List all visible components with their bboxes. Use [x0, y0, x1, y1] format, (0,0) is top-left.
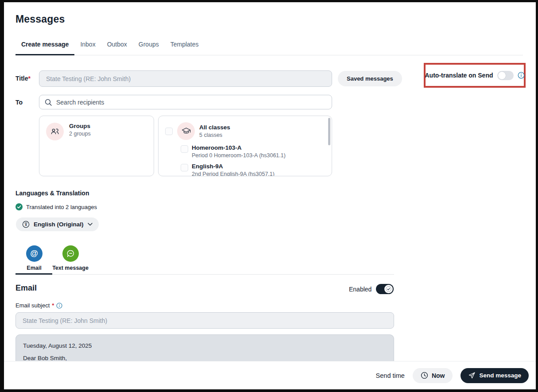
groups-card-title: Groups: [69, 123, 91, 129]
messages-page: Messages Create message Inbox Outbox Gro…: [0, 0, 538, 392]
chevron-down-icon: [88, 223, 93, 226]
email-enabled-row: Enabled: [349, 284, 394, 294]
active-channel-underline: [15, 273, 52, 275]
languages-heading: Languages & Translation: [15, 190, 89, 197]
groups-card-text: Groups 2 groups: [69, 123, 91, 137]
email-subject-label: Email subject *: [15, 302, 62, 309]
classes-card-subtitle: 5 classes: [199, 132, 230, 138]
class-checkbox-english[interactable]: [181, 164, 188, 171]
title-input[interactable]: [39, 70, 332, 87]
main-tab-bar: Create message Inbox Outbox Groups Templ…: [15, 38, 523, 55]
tab-templates[interactable]: Templates: [165, 38, 205, 55]
email-enabled-toggle[interactable]: [376, 284, 394, 294]
class-item: Homeroom-103-A Period 0 Homeroom-103-A (…: [181, 144, 332, 159]
tab-inbox[interactable]: Inbox: [74, 38, 101, 55]
channel-tab-text-message[interactable]: Text message: [54, 245, 87, 271]
toggle-knob: [384, 285, 393, 293]
groups-card-subtitle: 2 groups: [69, 131, 91, 137]
search-icon: [44, 98, 52, 106]
send-time-label: Send time: [376, 372, 405, 379]
recipient-search: [39, 95, 332, 109]
saved-messages-button[interactable]: Saved messages: [338, 71, 402, 86]
toggle-knob: [498, 71, 506, 80]
tab-outbox[interactable]: Outbox: [101, 38, 133, 55]
auto-translate-annotation-box: Auto-translate on Send: [424, 63, 526, 88]
classes-avatar: [177, 122, 195, 140]
classes-card-text: All classes 5 classes: [199, 124, 230, 138]
channel-email-label: Email: [27, 265, 41, 271]
channel-tab-email[interactable]: @ Email: [18, 245, 50, 271]
send-plane-icon: [468, 372, 476, 379]
auto-translate-label: Auto-translate on Send: [425, 72, 493, 79]
send-button-label: Send message: [479, 372, 521, 379]
required-asterisk: *: [52, 302, 54, 309]
email-at-icon: @: [26, 245, 43, 262]
translation-status-text: Translated into 2 languages: [26, 204, 97, 210]
email-body-line: Tuesday, August 12, 2025: [23, 342, 387, 349]
svg-text:x: x: [25, 222, 27, 227]
groups-card[interactable]: Groups 2 groups: [39, 116, 154, 176]
now-button-label: Now: [432, 372, 445, 379]
info-icon[interactable]: [56, 303, 62, 309]
speech-bubble-icon: [62, 245, 79, 262]
class-title: English-9A: [192, 163, 275, 170]
class-subtitle: Period 0 Homeroom-103-A (hs3061.1): [192, 152, 286, 159]
people-icon: [50, 127, 60, 136]
all-classes-row: All classes 5 classes: [159, 116, 332, 140]
tab-create-message[interactable]: Create message: [15, 38, 74, 55]
class-item: English-9A 2nd Period English-9A (hs3057…: [181, 163, 332, 176]
enabled-label: Enabled: [349, 286, 372, 293]
search-recipients-input[interactable]: [56, 99, 327, 106]
classes-card-title: All classes: [199, 124, 230, 131]
channel-text-label: Text message: [52, 265, 89, 271]
required-asterisk: *: [28, 75, 31, 82]
clock-icon: [421, 372, 428, 379]
classes-card: All classes 5 classes Homeroom-103-A Per…: [158, 116, 332, 176]
email-subject-input[interactable]: [15, 312, 394, 329]
graduation-cap-icon: [181, 126, 191, 136]
translate-icon: x: [22, 221, 30, 228]
title-label: Title*: [15, 75, 31, 82]
translation-status: Translated into 2 languages: [15, 203, 97, 210]
groups-avatar: [46, 123, 64, 140]
email-section-heading: Email: [15, 283, 37, 293]
page-title: Messages: [15, 13, 65, 25]
tab-groups[interactable]: Groups: [133, 38, 165, 55]
email-body-editor[interactable]: Tuesday, August 12, 2025 Dear Bob Smith,: [15, 334, 394, 361]
send-footer: Send time Now Send message: [4, 361, 536, 389]
to-label: To: [15, 99, 23, 106]
language-selector[interactable]: x English (Original): [16, 217, 99, 231]
scrollbar-thumb[interactable]: [328, 118, 330, 145]
class-title: Homeroom-103-A: [192, 144, 286, 151]
email-body-line: Dear Bob Smith,: [23, 355, 387, 361]
send-time-now-button[interactable]: Now: [413, 368, 453, 383]
send-message-button[interactable]: Send message: [461, 368, 529, 383]
language-selector-value: English (Original): [34, 221, 84, 228]
channel-tab-divider: [15, 274, 394, 275]
info-icon[interactable]: [518, 72, 525, 79]
check-circle-icon: [15, 203, 23, 210]
class-subtitle: 2nd Period English-9A (hs3057.1): [192, 171, 275, 176]
class-checkbox-homeroom[interactable]: [181, 145, 188, 153]
all-classes-checkbox[interactable]: [165, 128, 173, 135]
auto-translate-toggle[interactable]: [497, 71, 514, 80]
